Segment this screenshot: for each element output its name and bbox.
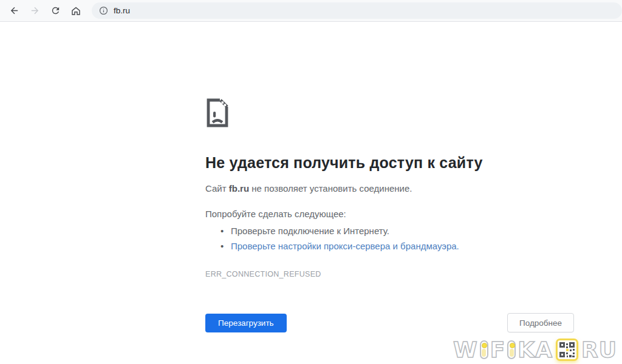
forward-arrow-icon (30, 5, 40, 16)
proxy-settings-link[interactable]: Проверьте настройки прокси-сервера и бра… (231, 241, 459, 251)
error-message-prefix: Сайт (205, 183, 229, 194)
home-button[interactable] (67, 2, 85, 20)
suggestions-intro: Попробуйте сделать следующее: (205, 209, 576, 219)
sad-page-icon (205, 98, 230, 127)
details-button[interactable]: Подробнее (507, 313, 574, 332)
home-icon (70, 5, 81, 16)
reload-button[interactable]: Перезагрузить (205, 314, 287, 332)
info-icon[interactable] (99, 6, 108, 15)
watermark-letters-ru: RU (581, 339, 617, 361)
watermark-letter-i-icon (480, 340, 488, 359)
refresh-icon (50, 5, 61, 16)
watermark-letter-f: F (490, 339, 506, 361)
error-title: Не удается получить доступ к сайту (205, 154, 576, 172)
suggestions-list: Проверьте подключение к Интернету. Прове… (205, 224, 576, 254)
forward-button (26, 2, 44, 20)
error-page: Не удается получить доступ к сайту Сайт … (205, 98, 576, 332)
watermark-wifika-logo: W F KA (453, 339, 617, 361)
error-code: ERR_CONNECTION_REFUSED (205, 270, 576, 278)
back-arrow-icon (9, 5, 19, 16)
browser-toolbar: fb.ru (0, 0, 622, 22)
refresh-button[interactable] (46, 2, 64, 20)
error-message: Сайт fb.ru не позволяет установить соеди… (205, 183, 576, 194)
suggestion-item: Проверьте подключение к Интернету. (205, 224, 576, 239)
error-message-site: fb.ru (229, 183, 249, 194)
address-bar[interactable]: fb.ru (92, 2, 622, 19)
watermark-letters-ka: KA (518, 339, 553, 361)
suggestion-item: Проверьте настройки прокси-сервера и бра… (205, 239, 576, 254)
watermark-letter-w: W (453, 339, 478, 361)
watermark-letter-i-icon (507, 340, 516, 359)
error-message-suffix: не позволяет установить соединение. (249, 183, 412, 194)
suggestion-text: Проверьте подключение к Интернету. (231, 226, 389, 236)
watermark-qr-code-icon (556, 339, 578, 361)
back-button[interactable] (5, 2, 23, 20)
url-text[interactable]: fb.ru (114, 6, 130, 15)
button-row: Перезагрузить Подробнее (205, 313, 574, 332)
